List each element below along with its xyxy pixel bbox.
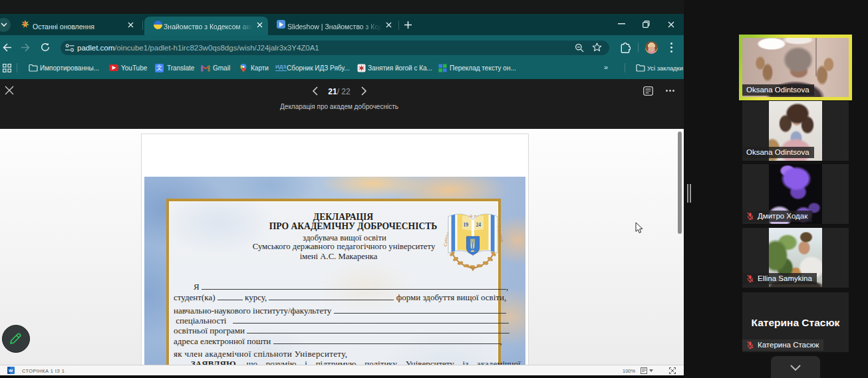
svg-text:24: 24 — [476, 222, 482, 228]
svg-text:19: 19 — [464, 222, 469, 228]
